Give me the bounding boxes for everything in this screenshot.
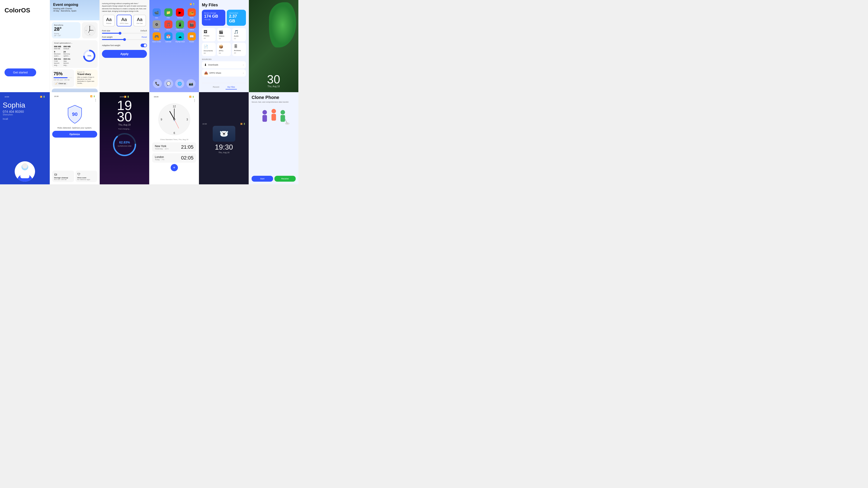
dock-phone[interactable]: 📞	[153, 79, 162, 88]
download-icon: ⬇	[204, 63, 207, 67]
app-duo[interactable]: 📹 Duo	[152, 8, 162, 19]
sources-label: SOURCES	[202, 58, 246, 60]
app-settings[interactable]: ⚙ Settings	[152, 20, 162, 31]
file-cat-audio[interactable]: 🎵 Audio 22	[232, 28, 246, 41]
settings-icon: ⚙	[153, 20, 161, 29]
clone-start-button[interactable]: Start	[252, 176, 273, 182]
smart-opt-title: Smart optimizations t...	[54, 42, 95, 44]
font-weight-slider-thumb[interactable]	[123, 38, 126, 41]
dock-messages[interactable]: 💬	[164, 79, 173, 88]
virus-scan-title: Virus scan	[77, 177, 96, 179]
font-size-value: Default	[141, 30, 147, 32]
archives-name: Archives	[234, 50, 241, 52]
clone-phone-display: 19:30 📶 🔋 🐻‍❄️ 19:30 Thu, Aug 18	[199, 92, 249, 184]
call-type: Incall	[3, 118, 47, 120]
cloud-storage-card[interactable]: Cloud drive 2.37 GB	[227, 10, 246, 26]
files-icon: 📁	[164, 8, 173, 17]
clean-up-button[interactable]: 🧹 Clean up	[54, 82, 68, 86]
font-option-onesan[interactable]: Aa One San	[133, 15, 146, 26]
diary-card: August 18 Travel diary After a couple of…	[75, 69, 98, 87]
app-videos[interactable]: 🎬 Videos	[187, 20, 197, 31]
brand-logo: ColorOS	[4, 7, 45, 14]
clone-ctas: Start Receive	[252, 176, 296, 182]
call-time: 19:30	[4, 96, 9, 98]
file-cat-docs[interactable]: 📄 Documents 99	[202, 43, 216, 56]
font-option-roboto[interactable]: Aa Roboto	[103, 15, 115, 26]
optimize-button[interactable]: Optimize	[52, 131, 97, 138]
security-virus-scan[interactable]: 🛡 Virus scan No malicious apps	[75, 170, 97, 182]
london-when: Today · -7 h	[155, 159, 164, 161]
file-cat-photos[interactable]: 🖼 Photos 40	[202, 28, 216, 41]
dock-camera[interactable]: 📷	[186, 79, 195, 88]
device-storage-card[interactable]: Device storage 174 GB / 512 GB	[202, 10, 225, 26]
worldclock-menu-dots[interactable]: ⋮	[152, 99, 196, 102]
apps-status-bar: 📶 🔋	[152, 2, 197, 6]
apps-panel: 📶 🔋 📹 Duo 📁 Files ▶ YouTube 📻	[149, 0, 199, 92]
audio-icon: 🎵	[234, 30, 239, 34]
app-gamecenter[interactable]: 🎮 Game Center	[152, 32, 162, 42]
file-cat-apks[interactable]: 📦 APKs 54	[217, 43, 231, 56]
videos-count: 35	[219, 37, 221, 39]
font-size-label: Font size	[102, 30, 110, 32]
source-downloads[interactable]: ⬇ Downloads ›	[202, 61, 246, 68]
event-panel: Event ongoing Meeting with Charles All d…	[50, 0, 99, 92]
analog-clock-large: 12 3 6 9	[157, 102, 191, 136]
source-opposhare[interactable]: 📤 OPPO Share ›	[202, 69, 246, 76]
files-label: Files	[167, 17, 170, 19]
font-sample-roboto: Aa	[106, 17, 112, 22]
font-weight-slider-fill	[102, 39, 125, 40]
security-storage-cleanup[interactable]: 🗂 Storage cleanup 45.5 GB / 256 GB	[52, 170, 74, 182]
font-size-slider-thumb[interactable]	[119, 32, 121, 35]
app-radio[interactable]: 📻 Radio	[187, 8, 197, 19]
share-icon: 📤	[204, 71, 208, 75]
worldclock-wifi-icon: 📶	[189, 96, 191, 98]
event-header: Event ongoing Meeting with Charles All d…	[50, 0, 99, 20]
wallpaper-panel: 30 Thu, Aug 18	[249, 0, 298, 92]
font-size-slider[interactable]	[102, 33, 147, 34]
london-info: London Today · -7 h	[155, 156, 164, 161]
app-music[interactable]: 🎵 Music	[163, 20, 174, 31]
radio-label: Radio	[190, 17, 194, 19]
add-city-button[interactable]: +	[170, 164, 178, 171]
wallpaper-date: Thu, Aug 18	[267, 85, 280, 88]
worldclock-status-icons: 📶 🔋	[189, 96, 194, 98]
app-clonephone[interactable]: 📱 Clone Phone	[175, 20, 185, 31]
tab-recent[interactable]: Recent	[211, 85, 221, 90]
cloud-storage-size: 2.37 GB	[229, 14, 244, 24]
svg-point-35	[281, 110, 285, 115]
large-clock-svg: 12 3 6 9	[157, 102, 191, 136]
app-youtube[interactable]: ▶ YouTube	[175, 8, 185, 19]
get-started-button[interactable]: Get started	[4, 68, 36, 76]
file-cat-archives[interactable]: 🗄 Archives 20	[232, 43, 246, 56]
storage-cleanup-title: Storage cleanup	[54, 177, 72, 179]
app-calendar[interactable]: 📅 Calendar	[163, 32, 174, 42]
adaptive-toggle[interactable]	[141, 43, 147, 47]
opposhare-arrow-icon: ›	[243, 72, 244, 74]
file-cat-videos[interactable]: 🎬 Videos 35	[217, 28, 231, 41]
clone-illustration	[252, 105, 296, 128]
security-menu-dots[interactable]: ⋮	[52, 98, 97, 102]
clone-receive-button[interactable]: Receive	[274, 176, 296, 182]
event-title: Event ongoing	[53, 3, 96, 7]
svg-rect-34	[272, 114, 276, 121]
font-name-oppo: OPPO Sans	[120, 23, 128, 24]
docs-count: 99	[204, 52, 206, 54]
app-files[interactable]: 📁 Files	[163, 8, 174, 19]
font-weight-reset[interactable]: Reset	[142, 36, 147, 38]
stat-ms1: 315 msCold launch avg...	[54, 58, 63, 66]
tab-myfiles[interactable]: My Files	[225, 85, 237, 90]
security-time: 19:30	[54, 95, 59, 97]
app-reader[interactable]: 📖 Reader	[187, 32, 197, 42]
app-heytap[interactable]: ☁ HeyTap Cloud	[175, 32, 185, 42]
font-size-slider-fill	[102, 33, 120, 34]
apply-button[interactable]: Apply	[102, 50, 147, 58]
music-icon: 🎵	[164, 20, 173, 29]
adaptive-label: Adaptive font weight	[102, 44, 120, 46]
font-weight-slider[interactable]	[102, 39, 147, 40]
device-storage-size: 174 GB	[204, 14, 223, 19]
font-option-oppo[interactable]: Aa OPPO Sans	[117, 15, 131, 26]
call-battery-icon: 🔋	[43, 96, 45, 98]
dock-chrome[interactable]: 🌐	[175, 79, 184, 88]
font-sample-oppo: Aa	[120, 17, 128, 22]
storage-used: 192 GB used / 256 GB	[54, 79, 72, 80]
